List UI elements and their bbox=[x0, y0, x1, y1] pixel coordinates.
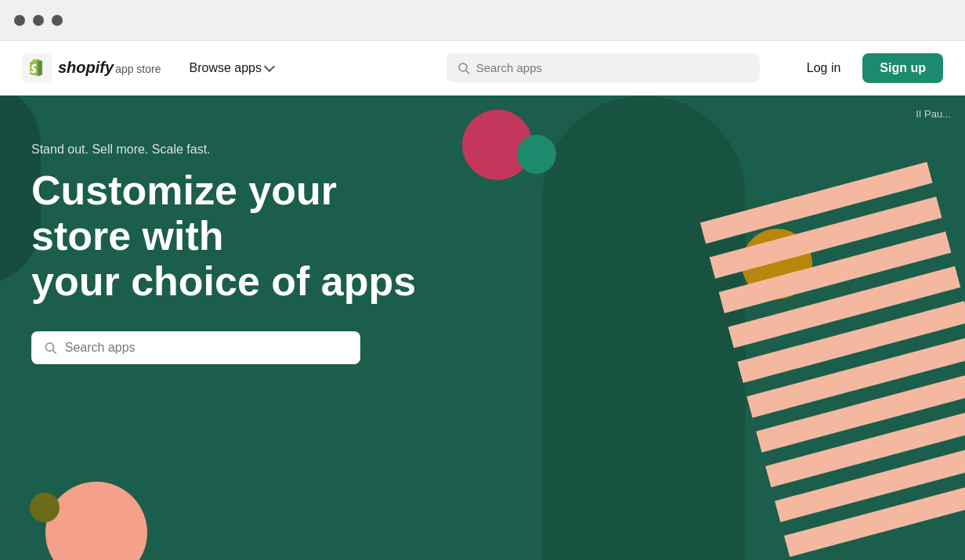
hero-search-icon bbox=[44, 341, 57, 355]
hero-search-container bbox=[31, 331, 360, 364]
svg-line-2 bbox=[466, 70, 469, 74]
hero-arch bbox=[542, 96, 746, 560]
hero-section: II Pau... Stand out. Sell more. Scale fa… bbox=[0, 96, 965, 560]
logo-shopify-text: shopify bbox=[58, 59, 114, 77]
search-icon bbox=[457, 62, 470, 74]
deco-circle-olive bbox=[30, 493, 60, 522]
browse-apps-label: Browse apps bbox=[190, 61, 262, 75]
title-bar bbox=[0, 0, 965, 41]
traffic-light-2 bbox=[33, 15, 44, 26]
nav-search-inner bbox=[446, 53, 760, 82]
hero-content: Stand out. Sell more. Scale fast. Custom… bbox=[31, 143, 439, 364]
hero-headline-line2: your choice of apps bbox=[31, 258, 416, 304]
hero-tagline: Stand out. Sell more. Scale fast. bbox=[31, 143, 439, 157]
pause-button[interactable]: II Pau... bbox=[916, 108, 951, 120]
deco-circle-salmon bbox=[45, 482, 147, 560]
svg-line-4 bbox=[53, 350, 56, 353]
hero-search-input[interactable] bbox=[65, 341, 348, 355]
traffic-light-3 bbox=[52, 15, 63, 26]
nav-search-container bbox=[446, 53, 760, 82]
browse-apps-button[interactable]: Browse apps bbox=[186, 56, 277, 80]
shopify-bag-icon bbox=[22, 53, 52, 83]
navbar: shopify app store Browse apps Log in Sig… bbox=[0, 41, 965, 96]
logo-text: shopify app store bbox=[58, 59, 161, 77]
logo-appstore-text: app store bbox=[115, 63, 161, 75]
chevron-down-icon bbox=[264, 60, 275, 71]
hero-headline-line1: Customize your store with bbox=[31, 168, 337, 258]
hero-headline: Customize your store with your choice of… bbox=[31, 168, 439, 305]
nav-search-input[interactable] bbox=[476, 61, 749, 74]
svg-point-3 bbox=[45, 343, 53, 351]
deco-circle-teal bbox=[517, 135, 556, 174]
signup-button[interactable]: Sign up bbox=[862, 53, 943, 83]
login-button[interactable]: Log in bbox=[797, 55, 851, 81]
logo-link[interactable]: shopify app store bbox=[22, 53, 161, 83]
traffic-light-1 bbox=[14, 15, 25, 26]
nav-actions: Log in Sign up bbox=[797, 53, 943, 83]
